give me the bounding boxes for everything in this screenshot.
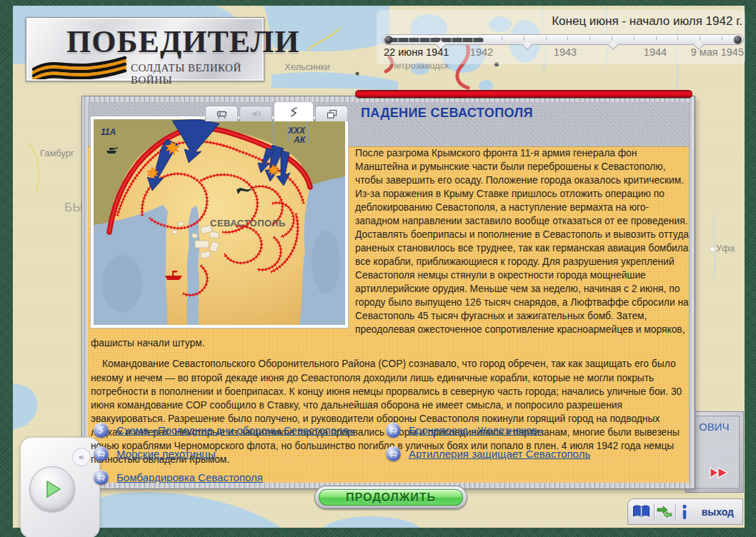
timeline-label-1943: 1943 bbox=[544, 46, 587, 58]
tab-audio bbox=[239, 106, 272, 121]
tab-slideshow[interactable] bbox=[205, 106, 238, 121]
figure-spacer bbox=[91, 146, 355, 329]
info-button[interactable] bbox=[676, 499, 693, 524]
region-label: БЫ bbox=[64, 201, 83, 214]
app-window: Хельсинки Петрозаводск Гамбург БЫ Уфа ПО… bbox=[0, 0, 756, 537]
side-panel-body: ОВИЧ bbox=[690, 416, 740, 488]
link-label[interactable]: Бомбардировка Севастополя bbox=[116, 471, 263, 483]
link-marines[interactable]: Морские пехотинцы bbox=[94, 446, 386, 462]
timeline-start-knob[interactable] bbox=[384, 36, 392, 44]
link-artillery[interactable]: Артиллерия защищает Севастополь bbox=[386, 446, 590, 462]
bottom-toolbar: выход bbox=[627, 498, 743, 525]
slideshow-icon bbox=[94, 470, 109, 485]
transfer-button[interactable] bbox=[655, 499, 675, 524]
related-links: Схема «Последние дни обороны Севастополя… bbox=[94, 422, 689, 493]
mute-speaker-icon bbox=[77, 453, 86, 462]
city-label-hamburg: Гамбург bbox=[40, 148, 74, 159]
route-icon bbox=[287, 106, 300, 119]
projector-icon bbox=[216, 108, 228, 120]
slideshow-icon bbox=[94, 446, 109, 461]
timeline-label-1944: 1944 bbox=[634, 46, 677, 58]
windows-icon bbox=[326, 108, 338, 120]
link-label[interactable]: Артиллерия защищает Севастополь bbox=[409, 448, 590, 460]
fast-forward-icon[interactable] bbox=[709, 466, 730, 479]
side-panel-partial-text: ОВИЧ bbox=[699, 421, 729, 433]
tab-animated-map[interactable] bbox=[274, 101, 314, 121]
timeline-progress bbox=[388, 38, 484, 42]
logo-subtitle: СОЛДАТЫ ВЕЛИКОЙ ВОЙНЫ bbox=[131, 62, 264, 86]
play-icon bbox=[40, 477, 64, 501]
timeline-label-start: 22 июня 1941 bbox=[384, 46, 449, 58]
side-panel: ОВИЧ bbox=[686, 412, 743, 492]
link-label[interactable]: Схема «Последние дни обороны Севастополя… bbox=[116, 424, 354, 436]
scheme-icon bbox=[94, 423, 109, 438]
city-label-ufa: Уфа bbox=[716, 243, 735, 254]
page-title: ПАДЕНИЕ СЕВАСТОПОЛЯ bbox=[361, 106, 533, 121]
continue-button-label: ПРОДОЛЖИТЬ bbox=[346, 491, 436, 504]
speaker-icon bbox=[250, 108, 262, 120]
continue-button-face: ПРОДОЛЖИТЬ bbox=[319, 489, 463, 506]
slideshow-icon bbox=[386, 423, 401, 438]
link-label[interactable]: Бронепоезд «Железняков» bbox=[409, 424, 543, 436]
link-scheme-last-days[interactable]: Схема «Последние дни обороны Севастополя… bbox=[94, 422, 386, 438]
war-timeline: Конец июня - начало июля 1942 г. 22 июня… bbox=[382, 13, 744, 66]
logo: ПОБЕДИТЕЛИ СОЛДАТЫ ВЕЛИКОЙ ВОЙНЫ bbox=[26, 17, 264, 81]
timeline-current-period: Конец июня - начало июля 1942 г. bbox=[552, 14, 742, 29]
link-label[interactable]: Морские пехотинцы bbox=[116, 448, 216, 460]
link-armored-train[interactable]: Бронепоезд «Железняков» bbox=[386, 422, 590, 438]
transfer-arrows-icon bbox=[656, 505, 673, 518]
media-tabs bbox=[205, 101, 349, 121]
city-label-helsinki: Хельсинки bbox=[284, 61, 330, 72]
timeline-label-1942: 1942 bbox=[460, 46, 503, 58]
book-icon bbox=[632, 504, 651, 519]
corps-label-1: XXX bbox=[287, 126, 306, 136]
logo-title: ПОБЕДИТЕЛИ bbox=[66, 24, 300, 60]
army-label: 11А bbox=[101, 127, 116, 137]
exit-button[interactable]: выход bbox=[693, 499, 742, 524]
corps-label-2: АК bbox=[293, 135, 307, 145]
mute-button[interactable] bbox=[72, 448, 91, 466]
timeline-label-end: 9 мая 1945 bbox=[691, 46, 744, 58]
glossary-button[interactable] bbox=[628, 499, 654, 524]
chapter-progress-bar bbox=[355, 90, 692, 98]
playback-panel bbox=[20, 437, 100, 537]
slideshow-icon bbox=[386, 446, 401, 461]
play-button[interactable] bbox=[29, 466, 75, 512]
tab-gallery[interactable] bbox=[315, 106, 348, 121]
timeline-end-knob[interactable] bbox=[734, 36, 742, 44]
info-icon bbox=[680, 504, 689, 520]
continue-button[interactable]: ПРОДОЛЖИТЬ bbox=[315, 486, 467, 508]
link-bombing[interactable]: Бомбардировка Севастополя bbox=[94, 469, 386, 486]
